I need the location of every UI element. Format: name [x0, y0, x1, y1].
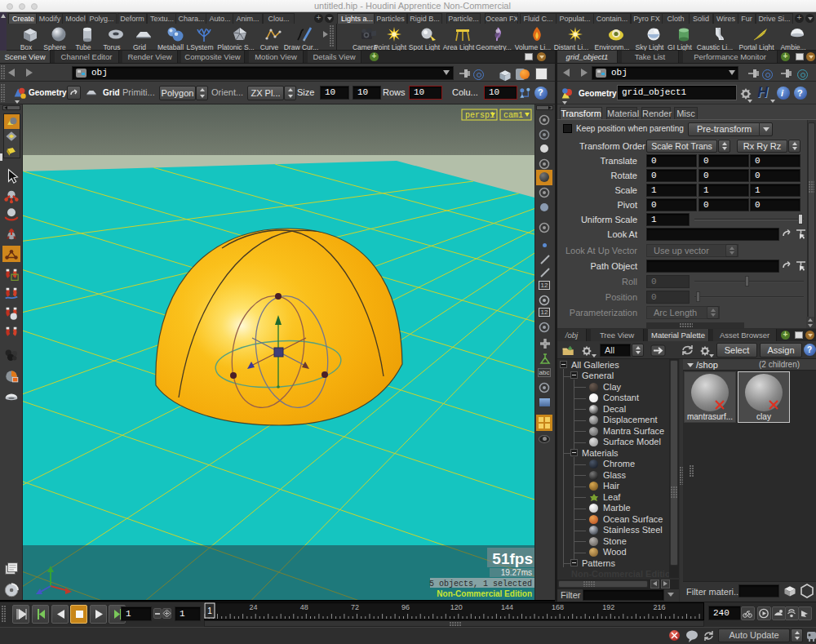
svg-text:1: 1: [207, 606, 212, 615]
svg-text:216: 216: [653, 603, 665, 611]
svg-text:cam1: cam1: [503, 111, 523, 120]
svg-text:persp1: persp1: [465, 111, 494, 120]
svg-text:24: 24: [250, 603, 258, 611]
svg-text:Non-Commercial Edition: Non-Commercial Edition: [437, 589, 532, 598]
svg-text:168: 168: [552, 603, 564, 611]
svg-text:48: 48: [300, 603, 308, 611]
svg-text:192: 192: [602, 603, 614, 611]
svg-text:144: 144: [501, 603, 513, 611]
svg-text:5 objects, 1 selected: 5 objects, 1 selected: [429, 580, 532, 588]
svg-text:96: 96: [401, 603, 410, 611]
svg-text:51fps: 51fps: [492, 550, 533, 567]
svg-text:72: 72: [351, 603, 359, 611]
svg-text:19.27ms: 19.27ms: [501, 568, 532, 577]
svg-text:120: 120: [450, 603, 463, 611]
